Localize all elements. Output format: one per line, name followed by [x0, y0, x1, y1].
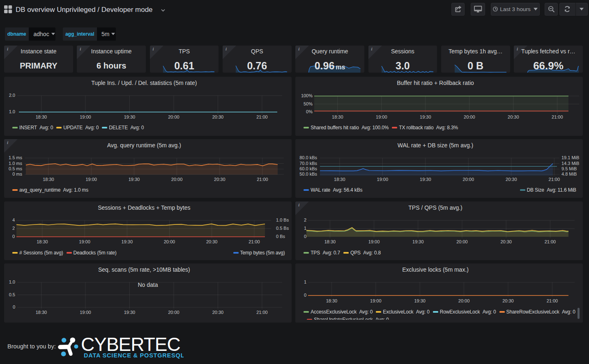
svg-text:18:30: 18:30 — [36, 114, 47, 119]
svg-text:19:30: 19:30 — [122, 239, 133, 244]
svg-text:19:30: 19:30 — [420, 114, 431, 119]
svg-text:1.0 Bs: 1.0 Bs — [276, 217, 289, 222]
svg-text:19:00: 19:00 — [376, 114, 387, 119]
svg-text:21:00: 21:00 — [547, 299, 558, 304]
svg-text:1: 1 — [304, 280, 306, 285]
svg-text:19:00: 19:00 — [377, 177, 389, 182]
svg-text:1.5 ms: 1.5 ms — [9, 155, 22, 160]
svg-text:1.0: 1.0 — [9, 109, 15, 114]
svg-text:18:30: 18:30 — [334, 177, 345, 182]
svg-text:0.5 ms: 0.5 ms — [9, 166, 22, 171]
svg-text:18:30: 18:30 — [324, 239, 336, 244]
svg-text:19:00: 19:00 — [368, 239, 380, 244]
svg-text:0.5 Bs: 0.5 Bs — [276, 226, 289, 231]
svg-text:1.0 ms: 1.0 ms — [9, 161, 22, 166]
svg-text:21:00: 21:00 — [552, 114, 563, 119]
svg-text:20:00: 20:00 — [464, 114, 475, 119]
svg-text:0 ms: 0 ms — [12, 172, 22, 176]
svg-text:1: 1 — [304, 226, 306, 231]
svg-text:0: 0 — [12, 234, 15, 239]
svg-text:19:00: 19:00 — [79, 239, 90, 244]
svg-text:2: 2 — [12, 226, 15, 231]
svg-text:21:00: 21:00 — [248, 239, 260, 244]
svg-text:20:30: 20:30 — [508, 114, 519, 119]
svg-text:70.0 kBs: 70.0 kBs — [299, 161, 317, 166]
svg-text:60.0 kBs: 60.0 kBs — [299, 166, 317, 171]
svg-text:20:30: 20:30 — [502, 299, 514, 304]
svg-text:19:30: 19:30 — [414, 299, 426, 304]
svg-text:20:30: 20:30 — [506, 177, 517, 182]
svg-text:14.3 MiB: 14.3 MiB — [561, 161, 579, 166]
svg-text:4.8 MiB: 4.8 MiB — [561, 172, 577, 176]
svg-text:21:00: 21:00 — [256, 114, 268, 119]
svg-text:0: 0 — [304, 293, 306, 298]
svg-text:1.0: 1.0 — [9, 280, 15, 285]
svg-text:20:00: 20:00 — [168, 114, 179, 119]
svg-text:0: 0 — [304, 234, 306, 239]
svg-text:4: 4 — [12, 217, 15, 222]
svg-text:19:30: 19:30 — [420, 177, 431, 182]
svg-text:0: 0 — [13, 305, 15, 310]
svg-text:18:30: 18:30 — [36, 310, 47, 315]
svg-text:0%: 0% — [306, 109, 313, 114]
svg-text:100%: 100% — [301, 94, 313, 98]
svg-text:50.0 kBs: 50.0 kBs — [299, 172, 317, 176]
svg-text:21:00: 21:00 — [256, 310, 268, 315]
svg-text:19:00: 19:00 — [370, 299, 382, 304]
svg-text:50%: 50% — [304, 101, 313, 106]
svg-text:19:30: 19:30 — [129, 177, 140, 182]
svg-text:19:00: 19:00 — [80, 310, 91, 315]
svg-text:19:30: 19:30 — [124, 310, 136, 315]
svg-text:19:30: 19:30 — [124, 114, 136, 119]
svg-text:9.5 MiB: 9.5 MiB — [561, 166, 577, 171]
svg-text:19:00: 19:00 — [80, 114, 91, 119]
svg-text:19:00: 19:00 — [85, 177, 97, 182]
svg-text:20:00: 20:00 — [164, 239, 175, 244]
svg-text:No data: No data — [138, 282, 158, 288]
svg-text:20:30: 20:30 — [212, 114, 224, 119]
svg-text:19:30: 19:30 — [412, 239, 424, 244]
svg-text:2: 2 — [304, 217, 306, 222]
svg-text:21:00: 21:00 — [257, 177, 268, 182]
svg-text:0.5: 0.5 — [9, 292, 15, 297]
svg-text:20:00: 20:00 — [458, 299, 470, 304]
svg-text:0 Bs: 0 Bs — [276, 234, 285, 239]
svg-text:20:00: 20:00 — [171, 177, 182, 182]
svg-text:20:00: 20:00 — [456, 239, 468, 244]
svg-text:18:30: 18:30 — [332, 114, 343, 119]
svg-text:20:00: 20:00 — [463, 177, 474, 182]
svg-text:2.0: 2.0 — [9, 93, 15, 98]
svg-text:DATA SCIENCE & POSTGRESQL: DATA SCIENCE & POSTGRESQL — [84, 352, 184, 359]
svg-text:20:30: 20:30 — [206, 239, 218, 244]
svg-text:20:30: 20:30 — [501, 239, 512, 244]
svg-text:19.1 MiB: 19.1 MiB — [561, 155, 579, 160]
svg-text:21:00: 21:00 — [545, 239, 556, 244]
svg-text:20:30: 20:30 — [214, 177, 225, 182]
svg-text:21:00: 21:00 — [549, 177, 560, 182]
svg-text:20:30: 20:30 — [212, 310, 224, 315]
svg-text:18:30: 18:30 — [43, 177, 54, 182]
svg-text:20:00: 20:00 — [168, 310, 179, 315]
svg-text:18:30: 18:30 — [37, 239, 48, 244]
svg-text:80.0 kBs: 80.0 kBs — [299, 155, 317, 160]
svg-text:18:30: 18:30 — [326, 299, 338, 304]
